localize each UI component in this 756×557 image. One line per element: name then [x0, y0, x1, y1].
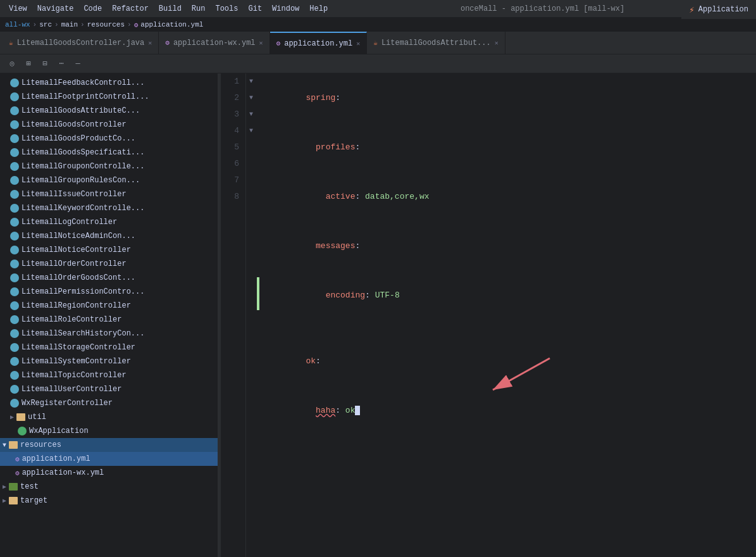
- sidebar-item-notice[interactable]: LitemallNoticeController: [0, 243, 218, 257]
- menu-window[interactable]: Window: [268, 3, 303, 15]
- ctrl-icon: [10, 371, 19, 380]
- sidebar-item-goods-product[interactable]: LitemallGoodsProductCo...: [0, 132, 218, 146]
- tab-goods-attr[interactable]: ☕ LitemallGoodsAttribut... ✕: [367, 32, 505, 54]
- toolbar-expand-btn[interactable]: ⊞: [22, 57, 35, 71]
- tab-label-1: LitemallGoodsController.java: [17, 39, 145, 47]
- sidebar-item-goods-ctrl[interactable]: LitemallGoodsController: [0, 118, 218, 132]
- menu-code[interactable]: Code: [80, 3, 106, 15]
- menu-help[interactable]: Help: [306, 3, 332, 15]
- sidebar-label: LitemallOrderController: [22, 260, 127, 268]
- folder-arrow-target: ▶: [3, 497, 6, 504]
- sidebar-item-application-yml[interactable]: ⚙ application.yml: [0, 452, 218, 466]
- ctrl-icon: [10, 273, 19, 282]
- tab-close-2[interactable]: ✕: [259, 39, 263, 47]
- folder-arrow: ▶: [10, 413, 14, 421]
- toolbar-more-btn[interactable]: ⋯: [54, 57, 68, 71]
- sidebar-item-role[interactable]: LitemallRoleController: [0, 313, 218, 327]
- sidebar-item-groupon-rules[interactable]: LitemallGrouponRulesCon...: [0, 173, 218, 187]
- sidebar-item-system[interactable]: LitemallSystemController: [0, 354, 218, 368]
- sidebar-item-footprint[interactable]: LitemallFootprintControll...: [0, 90, 218, 104]
- sidebar-item-search-history[interactable]: LitemallSearchHistoryCon...: [0, 327, 218, 341]
- ctrl-icon: [10, 246, 19, 254]
- sidebar-item-storage[interactable]: LitemallStorageController: [0, 341, 218, 354]
- tab-close-3[interactable]: ✕: [356, 40, 360, 47]
- breadcrumb-resources[interactable]: resources: [87, 21, 125, 28]
- menu-tools[interactable]: Tools: [211, 3, 242, 15]
- run-button[interactable]: ⚡ Application: [681, 0, 756, 19]
- sidebar-item-feedback[interactable]: LitemallFeedbackControll...: [0, 76, 218, 90]
- text-cursor: [355, 406, 360, 415]
- breadcrumb-src[interactable]: src: [39, 21, 52, 28]
- menu-run[interactable]: Run: [188, 3, 209, 15]
- code-line-8: haha: ok: [266, 386, 746, 435]
- menu-build[interactable]: Build: [155, 3, 185, 15]
- sidebar-label: LitemallSearchHistoryCon...: [22, 329, 144, 338]
- tab-label-4: LitemallGoodsAttribut...: [381, 39, 491, 47]
- code-editor[interactable]: spring: profiles: active: datab,core,wx …: [256, 73, 756, 557]
- folder-test[interactable]: ▶ test: [0, 480, 218, 494]
- folder-target[interactable]: ▶ target: [0, 494, 218, 508]
- run-icon: ⚡: [689, 4, 694, 15]
- ctrl-icon: [10, 148, 19, 157]
- ln-1: 1: [221, 73, 239, 90]
- folder-resources[interactable]: ▼ resources: [0, 438, 218, 452]
- sidebar-label: LitemallRoleController: [22, 315, 121, 324]
- sidebar-item-permission[interactable]: LitemallPermissionContro...: [0, 285, 218, 299]
- sidebar-item-issue[interactable]: LitemallIssueController: [0, 187, 218, 201]
- sidebar-item-order-goods[interactable]: LitemallOrderGoodsCont...: [0, 271, 218, 285]
- sidebar-item-order[interactable]: LitemallOrderController: [0, 257, 218, 271]
- ctrl-icon: [10, 106, 19, 115]
- sidebar-item-goods-attr[interactable]: LitemallGoodsAttributeC...: [0, 104, 218, 118]
- sidebar-label: LitemallPermissionContro...: [22, 287, 144, 296]
- toolbar-collapse-btn[interactable]: ⊟: [38, 57, 52, 71]
- folder-label-util: util: [28, 413, 46, 422]
- sidebar-item-groupon[interactable]: LitemallGrouponControlle...: [0, 160, 218, 173]
- menu-view[interactable]: View: [5, 3, 31, 15]
- sidebar-item-wx-register[interactable]: WxRegisterController: [0, 396, 218, 410]
- sidebar-item-notice-admin[interactable]: LitemallNoticeAdminCon...: [0, 229, 218, 243]
- sidebar-item-wx-application[interactable]: WxApplication: [0, 424, 218, 438]
- sidebar-label: LitemallFeedbackControll...: [22, 78, 144, 87]
- sidebar-item-application-wx-yml[interactable]: ⚙ application-wx.yml: [0, 466, 218, 480]
- ctrl-icon: [10, 287, 19, 296]
- menu-refactor[interactable]: Refactor: [108, 3, 152, 15]
- breadcrumb-yaml-icon: ⚙: [134, 21, 139, 29]
- toolbar-target-btn[interactable]: ◎: [5, 57, 19, 71]
- menu-git[interactable]: Git: [244, 3, 266, 15]
- tab-goods-controller[interactable]: ☕ LitemallGoodsController.java ✕: [3, 32, 159, 54]
- sidebar-label: LitemallNoticeAdminCon...: [22, 232, 135, 241]
- sidebar-item-log[interactable]: LitemallLogController: [0, 215, 218, 229]
- breadcrumb-project[interactable]: all-wx: [5, 21, 30, 28]
- tab-app-yml[interactable]: ⚙ application.yml ✕: [270, 32, 368, 54]
- folder-label-target: target: [20, 496, 47, 505]
- tab-close-1[interactable]: ✕: [148, 39, 152, 47]
- fold-4[interactable]: ▼: [246, 106, 256, 123]
- tab-close-4[interactable]: ✕: [495, 39, 499, 47]
- sidebar-item-keyword[interactable]: LitemallKeywordControlle...: [0, 201, 218, 215]
- ln-7: 7: [221, 172, 239, 189]
- sidebar-item-region[interactable]: LitemallRegionController: [0, 299, 218, 313]
- breadcrumb-file[interactable]: application.yml: [140, 21, 203, 28]
- code-line-6: [266, 320, 746, 337]
- yaml-value-active: datab,core,wx: [365, 192, 429, 201]
- tab-label-3: application.yml: [284, 39, 352, 48]
- tab-app-wx-yml[interactable]: ⚙ application-wx.yml ✕: [159, 32, 270, 54]
- breadcrumb-main[interactable]: main: [61, 21, 78, 28]
- sidebar-item-user[interactable]: LitemallUserController: [0, 382, 218, 396]
- tab-label-2: application-wx.yml: [173, 39, 256, 47]
- ctrl-icon: [10, 204, 19, 213]
- menu-navigate[interactable]: Navigate: [34, 3, 78, 15]
- sidebar-item-goods-spec[interactable]: LitemallGoodsSpecificati...: [0, 146, 218, 160]
- sidebar-item-topic[interactable]: LitemallTopicController: [0, 368, 218, 382]
- fold-1[interactable]: ▼: [246, 73, 256, 90]
- sidebar-label: LitemallNoticeController: [22, 246, 131, 254]
- sidebar-label: LitemallGoodsAttributeC...: [22, 106, 140, 115]
- folder-util[interactable]: ▶ util: [0, 410, 218, 424]
- toolbar-minimize-btn[interactable]: ─: [71, 57, 85, 71]
- code-line-5: encoding: UTF-8: [266, 271, 746, 320]
- fold-7[interactable]: ▼: [246, 123, 256, 139]
- fold-2[interactable]: ▼: [246, 90, 256, 106]
- sidebar-label: LitemallGrouponControlle...: [22, 162, 144, 171]
- ln-8: 8: [221, 189, 239, 205]
- sidebar-label: LitemallRegionController: [22, 301, 131, 310]
